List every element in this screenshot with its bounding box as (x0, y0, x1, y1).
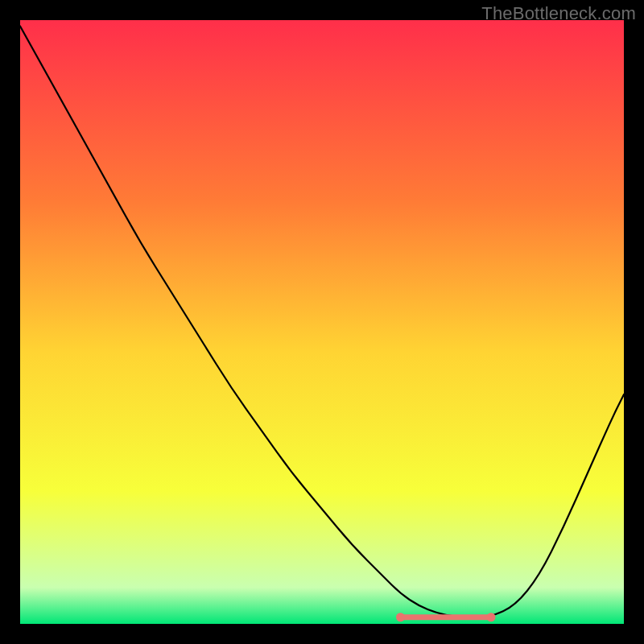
optimal-range-end-dot (487, 613, 496, 621)
plot-area (20, 20, 624, 624)
watermark-text: TheBottleneck.com (481, 3, 636, 24)
gradient-background (20, 20, 624, 624)
optimal-range-start-dot (396, 613, 405, 621)
chart-svg (20, 20, 624, 624)
chart-frame: TheBottleneck.com (0, 0, 644, 644)
